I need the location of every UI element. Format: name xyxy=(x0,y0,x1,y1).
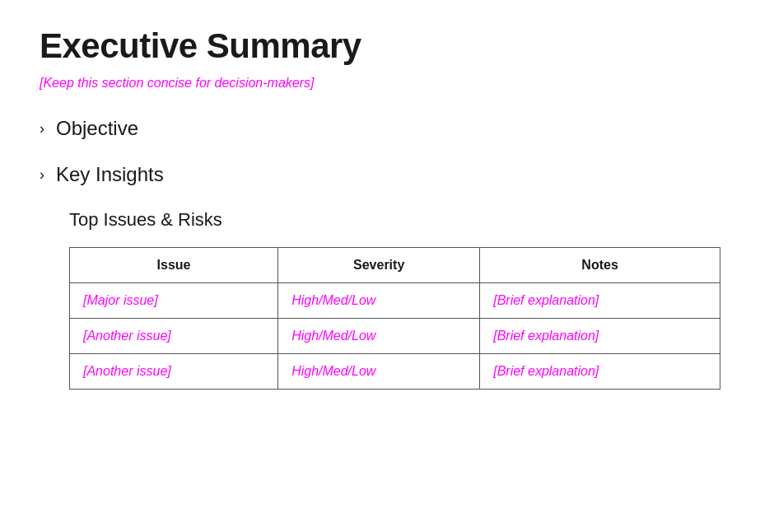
cell-issue: [Major issue] xyxy=(70,283,278,319)
cell-issue: [Another issue] xyxy=(70,354,278,390)
table-row: [Another issue]High/Med/Low[Brief explan… xyxy=(70,319,720,354)
subtitle-hint: [Keep this section concise for decision-… xyxy=(40,76,720,91)
objective-label: Objective xyxy=(56,117,138,140)
cell-notes: [Brief explanation] xyxy=(480,354,720,390)
col-header-notes: Notes xyxy=(480,248,720,283)
cell-severity: High/Med/Low xyxy=(278,283,480,319)
issues-table: Issue Severity Notes [Major issue]High/M… xyxy=(69,247,720,390)
cell-severity: High/Med/Low xyxy=(278,354,480,390)
chevron-icon: › xyxy=(40,120,44,138)
table-row: [Major issue]High/Med/Low[Brief explanat… xyxy=(70,283,720,319)
table-row: [Another issue]High/Med/Low[Brief explan… xyxy=(70,354,720,390)
top-issues-title: Top Issues & Risks xyxy=(69,209,720,231)
cell-notes: [Brief explanation] xyxy=(480,283,720,319)
objective-section[interactable]: › Objective xyxy=(40,117,720,140)
key-insights-label: Key Insights xyxy=(56,163,164,186)
cell-notes: [Brief explanation] xyxy=(480,319,720,354)
cell-severity: High/Med/Low xyxy=(278,319,480,354)
cell-issue: [Another issue] xyxy=(70,319,278,354)
col-header-severity: Severity xyxy=(278,248,480,283)
page-title: Executive Summary xyxy=(40,26,720,66)
chevron-icon: › xyxy=(40,166,44,184)
key-insights-section[interactable]: › Key Insights xyxy=(40,163,720,186)
col-header-issue: Issue xyxy=(70,248,278,283)
table-header-row: Issue Severity Notes xyxy=(70,248,720,283)
